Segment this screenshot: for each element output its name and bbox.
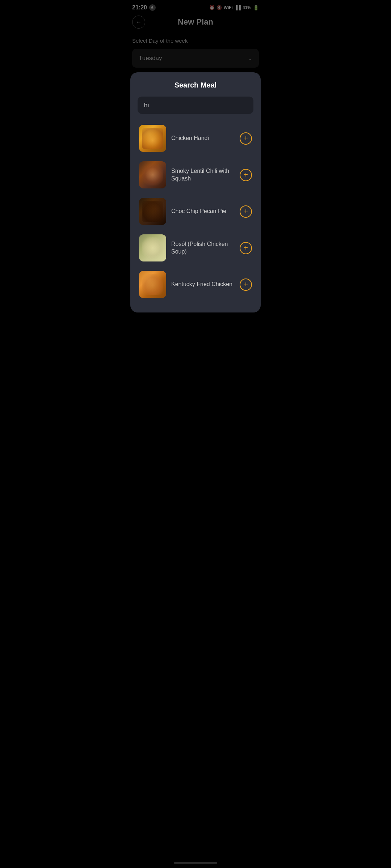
meal-thumbnail-chicken-handi xyxy=(139,125,166,152)
food-decoration xyxy=(142,201,163,222)
modal-title: Search Meal xyxy=(138,81,253,89)
add-button-rosol[interactable]: + xyxy=(240,242,252,254)
meal-item-smoky-lentil[interactable]: Smoky Lentil Chili with Squash + xyxy=(138,158,253,192)
meal-name-kentucky: Kentucky Fried Chicken xyxy=(171,281,235,288)
add-button-chicken-handi[interactable]: + xyxy=(240,132,252,145)
add-button-smoky-lentil[interactable]: + xyxy=(240,169,252,181)
search-input[interactable] xyxy=(144,102,247,109)
meal-item-choc-pie[interactable]: Choc Chip Pecan Pie + xyxy=(138,194,253,229)
add-button-choc-pie[interactable]: + xyxy=(240,205,252,218)
food-decoration xyxy=(142,128,163,149)
meal-thumbnail-rosol xyxy=(139,234,166,261)
meal-name-smoky-lentil: Smoky Lentil Chili with Squash xyxy=(171,167,235,183)
meal-name-chicken-handi: Chicken Handi xyxy=(171,135,235,142)
meal-item-kentucky[interactable]: Kentucky Fried Chicken + xyxy=(138,267,253,302)
food-decoration xyxy=(142,237,163,259)
add-button-kentucky[interactable]: + xyxy=(240,278,252,291)
search-input-container[interactable] xyxy=(138,97,253,114)
search-meal-modal: Search Meal Chicken Handi + Smoky Lentil… xyxy=(130,72,261,305)
meal-thumbnail-choc-pie xyxy=(139,198,166,225)
meal-item-chicken-handi[interactable]: Chicken Handi + xyxy=(138,121,253,156)
meal-list: Chicken Handi + Smoky Lentil Chili with … xyxy=(138,121,253,302)
meal-name-choc-pie: Choc Chip Pecan Pie xyxy=(171,208,235,215)
meal-thumbnail-kentucky xyxy=(139,271,166,298)
modal-overlay: Search Meal Chicken Handi + Smoky Lentil… xyxy=(125,0,266,305)
food-decoration xyxy=(142,164,163,186)
meal-item-rosol[interactable]: Rosół (Polish Chicken Soup) + xyxy=(138,231,253,265)
food-decoration xyxy=(142,274,163,295)
meal-name-rosol: Rosół (Polish Chicken Soup) xyxy=(171,241,235,256)
meal-thumbnail-smoky-lentil xyxy=(139,161,166,188)
